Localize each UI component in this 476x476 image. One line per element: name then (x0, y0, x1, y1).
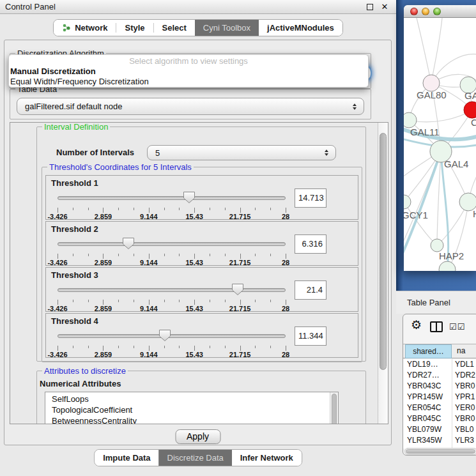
tick-mark (255, 208, 256, 210)
tab-infer-network[interactable]: Infer Network (232, 450, 302, 466)
threshold-panel: Threshold 2-3.4262.8599.14415.4321.71528… (45, 221, 358, 266)
threshold-slider[interactable]: -3.4262.8599.14415.4321.71528 (58, 237, 286, 265)
horizontal-scrollbar[interactable] (404, 448, 476, 455)
list-scrollbar[interactable] (330, 392, 338, 424)
tick-mark (134, 254, 134, 256)
tick-mark (210, 346, 210, 348)
network-node[interactable] (439, 261, 456, 271)
tab-style[interactable]: Style (116, 20, 153, 36)
threshold-value-field[interactable]: 6.316 (295, 234, 326, 254)
tick-mark (225, 254, 226, 256)
vertical-scrollbar[interactable] (378, 123, 388, 424)
table-row[interactable]: YER054CYER0 (403, 403, 476, 413)
tick-label: 28 (282, 351, 289, 358)
network-node[interactable] (431, 239, 443, 252)
cell-name: YDL1 (455, 359, 474, 370)
network-icon (62, 23, 71, 33)
scrollbar-thumb[interactable] (406, 449, 475, 454)
tick-label: 21.715 (229, 213, 251, 220)
table-data-group: Table Data galFiltered.sif default node (10, 89, 371, 119)
attribute-list-item[interactable]: BetweennessCentrality (45, 415, 338, 424)
split-view-icon[interactable] (430, 321, 443, 332)
network-canvas[interactable]: GAL80GACGAL11GAL4GCY1HHAP2 (404, 18, 476, 271)
slider-thumb[interactable] (158, 329, 171, 342)
column-header-name[interactable]: na (452, 344, 476, 358)
scrollbar-thumb[interactable] (380, 133, 387, 370)
tick-mark (179, 254, 180, 256)
tab-jactivemnodules[interactable]: jActiveMNodules (259, 20, 342, 36)
slider-thumb[interactable] (122, 237, 135, 250)
threshold-label: Threshold 4 (51, 316, 98, 326)
select-columns-icons[interactable]: ☑☑ (449, 322, 465, 332)
minimize-traffic-light-icon[interactable] (422, 8, 429, 15)
tab-cyni-toolbox[interactable]: Cyni Toolbox (195, 20, 259, 36)
bottom-tabbar: Impute Data Discretize Data Infer Networ… (94, 449, 302, 466)
threshold-value-field[interactable]: 21.4 (295, 280, 326, 300)
threshold-slider[interactable]: -3.4262.8599.14415.4321.71528 (58, 191, 286, 219)
dropdown-option-manual[interactable]: Manual Discretization (10, 66, 96, 76)
threshold-slider[interactable]: -3.4262.8599.14415.4321.71528 (58, 283, 286, 311)
table-row[interactable]: YPR145WYPR1 (403, 392, 476, 403)
network-window-titlebar (404, 5, 476, 18)
zoom-traffic-light-icon[interactable] (433, 8, 441, 15)
table-row[interactable]: YDL19…YDL1 (403, 359, 476, 370)
num-intervals-spinner[interactable]: 5 (147, 145, 336, 160)
slider-thumb[interactable] (183, 191, 196, 204)
network-node[interactable] (404, 112, 417, 128)
slider-track[interactable] (58, 242, 286, 246)
float-window-icon[interactable] (367, 4, 373, 10)
tab-impute-data[interactable]: Impute Data (95, 450, 158, 466)
scrollbar-thumb[interactable] (332, 394, 337, 424)
close-icon[interactable]: ✕ (380, 0, 390, 14)
numerical-attributes-label: Numerical Attributes (40, 379, 121, 388)
tick-mark (149, 300, 150, 305)
threshold-value-field[interactable]: 11.344 (295, 326, 326, 346)
tick-label: 2.859 (95, 305, 112, 312)
threshold-coordinates-group: Threshold's Coordinates for 5 Intervals … (42, 167, 362, 362)
column-header-shared-name[interactable]: shared… (405, 344, 452, 358)
tick-label: -3.426 (47, 213, 67, 220)
slider-track[interactable] (58, 288, 286, 292)
tick-mark (179, 300, 180, 302)
attribute-list-item[interactable]: TopologicalCoefficient (45, 404, 338, 415)
threshold-value-field[interactable]: 14.713 (295, 188, 326, 208)
apply-button[interactable]: Apply (175, 429, 220, 444)
tick-mark (58, 300, 58, 305)
table-data-combobox[interactable]: galFiltered.sif default node (17, 98, 364, 115)
table-row[interactable]: YBR043CYBR0 (403, 381, 476, 392)
tick-mark (240, 208, 241, 213)
threshold-label: Threshold 2 (51, 224, 98, 234)
table-row[interactable]: YBL079WYBL0 (403, 424, 476, 435)
tick-mark (134, 300, 134, 302)
attributes-listbox: SelfLoopsTopologicalCoefficientBetweenne… (45, 392, 339, 424)
dropdown-option-equal-width[interactable]: Equal Width/Frequency Discretization (10, 77, 149, 86)
tick-mark (164, 208, 165, 210)
attribute-list-item[interactable]: SelfLoops (45, 394, 338, 404)
slider-track[interactable] (58, 196, 286, 200)
tabs-box: Impute Data Discretize Data Infer Networ… (94, 449, 302, 466)
close-traffic-light-icon[interactable] (410, 8, 418, 15)
tab-select[interactable]: Select (154, 20, 195, 36)
tick-label: 9.144 (140, 351, 158, 358)
slider-ticks (58, 300, 286, 305)
table-row[interactable]: YBR045CYBR0 (403, 413, 476, 424)
tab-discretize-data[interactable]: Discretize Data (159, 450, 232, 466)
dropdown-hint: Select algorithm to view settings (9, 56, 368, 66)
cell-shared-name: YER054C (407, 403, 450, 413)
node-label: GCY1 (404, 210, 428, 220)
cell-shared-name: YLR345W (407, 435, 450, 446)
slider-thumb[interactable] (231, 283, 244, 296)
slider-track[interactable] (58, 334, 286, 338)
tab-network[interactable]: Network (54, 20, 116, 36)
cell-shared-name: YDL19… (407, 359, 450, 370)
spinner-arrows-icon (325, 150, 328, 156)
network-node[interactable] (404, 195, 411, 209)
slider-ticks (58, 254, 286, 259)
tick-mark (88, 254, 89, 256)
node-label: C (471, 117, 476, 128)
table-row[interactable]: YDR27…YDR2 (403, 370, 476, 381)
threshold-slider[interactable]: -3.4262.8599.14415.4321.71528 (58, 329, 286, 357)
network-window: GAL80GACGAL11GAL4GCY1HHAP2 (404, 5, 476, 271)
gear-icon[interactable]: ⚙ (411, 318, 422, 332)
table-row[interactable]: YLR345WYLR3 (403, 435, 476, 446)
